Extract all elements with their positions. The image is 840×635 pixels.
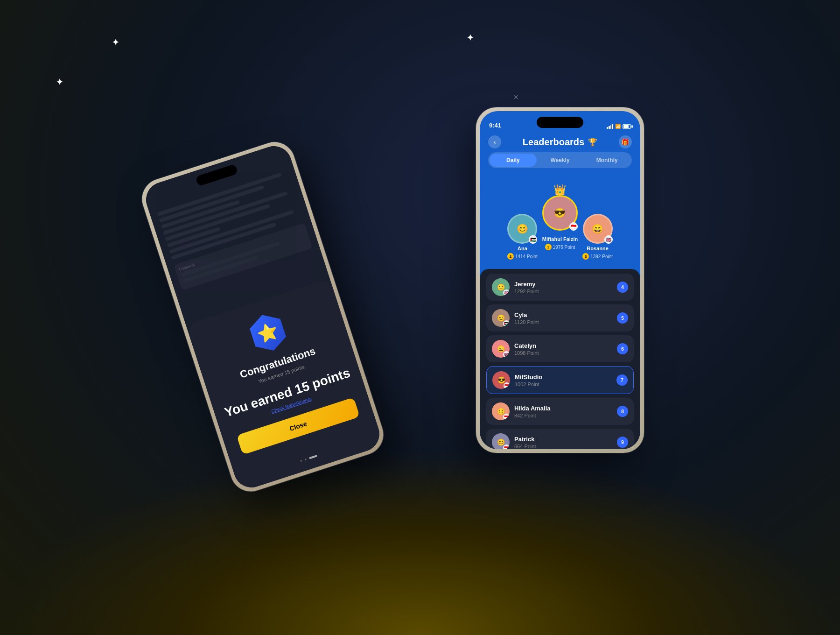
signal-bar-3 [610,125,612,129]
leaderboard-title: Leaderboards 🏆 [523,137,597,148]
phones-container: Comment ⭐ Congratulatio [210,107,630,528]
leaderboard-title-icon: 🏆 [588,138,597,147]
name-cyla: Cyla [514,311,617,318]
battery-icon [623,124,631,129]
star-decoration-1: ✦ [112,37,119,48]
tab-daily[interactable]: Daily [490,154,537,167]
signal-bar-1 [607,127,608,129]
info-hilda: Hilda Amalia 842 Point [514,405,617,418]
info-jeremy: Jeremy 1292 Point [514,281,617,294]
star-hexagon: ⭐ [245,309,292,356]
avatar-jeremy: 🙂 🇬🇧 [492,278,510,296]
signal-bar-2 [609,126,610,129]
points-mifstudio: 1002 Point [515,381,616,387]
info-patrick: Patrick 664 Point [514,436,617,449]
rank-hilda: 8 [617,406,628,417]
avatar-jeremy-emoji: 🙂 [497,283,505,291]
flag-mifstudio: 🇮🇩 [504,382,510,389]
top3-item-1: 👑 😎 🇮🇩 Miftahul Faizin 1 1976 Point [542,195,578,250]
tab-weekly[interactable]: Weekly [537,154,584,167]
flag-jeremy: 🇬🇧 [503,289,510,296]
back-button[interactable]: ‹ [488,135,501,148]
info-cyla: Cyla 1120 Point [514,311,617,325]
top3-name-rosanne: Rosanne [587,246,608,251]
avatar-catelyn: 😄 🇬🇧 [492,340,510,358]
nav-dot [304,459,307,461]
name-jeremy: Jeremy [514,281,617,288]
rank-patrick: 9 [617,437,628,448]
nav-dot [300,460,302,462]
list-item-jeremy: 🙂 🇬🇧 Jeremy 1292 Point 4 [486,274,634,301]
right-phone: 9:41 📶 [476,107,644,453]
rosanne-points-text: 1392 Point [590,254,613,259]
right-phone-screen: 9:41 📶 [480,111,640,449]
leaderboard-tabs: Daily Weekly Monthly [488,152,632,168]
status-time: 9:41 [489,122,501,129]
top3-points-miftahul: 1 1976 Point [545,244,575,250]
list-item-cyla: 😊 🇵🇸 Cyla 1120 Point 5 [486,304,634,332]
flag-hilda: 🇮🇩 [503,414,510,420]
points-coin-1: 1 [545,244,552,250]
avatar-patrick: 😊 🇮🇩 [492,433,510,449]
top3-points-ana: 2 1414 Point [507,253,538,260]
status-icons: 📶 [607,124,631,129]
name-hilda: Hilda Amalia [514,405,617,412]
avatar-hilda-emoji: 🙂 [497,408,505,415]
name-catelyn: Catelyn [514,342,617,349]
list-item-hilda: 🙂 🇮🇩 Hilda Amalia 842 Point 8 [486,398,634,425]
wifi-icon: 📶 [615,124,621,129]
points-coin: 2 [507,253,514,260]
flag-patrick: 🇮🇩 [503,444,510,449]
star-decoration-3: ✦ [56,77,63,87]
leaderboard-list: 🙂 🇬🇧 Jeremy 1292 Point 4 😊 � [480,269,640,449]
flag-rosanne: 🇬🇧 [604,235,613,244]
avatar-catelyn-emoji: 😄 [497,345,505,353]
ana-points-text: 1414 Point [515,254,538,259]
name-mifstudio: MifStudio [515,374,616,381]
signal-icon [607,124,613,129]
gift-button[interactable]: 🎁 [619,135,632,148]
points-catelyn: 1098 Point [514,350,617,356]
flag-ana: 🇵🇸 [529,235,537,244]
left-phone-screen: Comment ⭐ Congratulatio [141,141,384,492]
battery-fill [623,125,629,128]
avatar-mifstudio-emoji: 😎 [497,376,505,384]
list-item-catelyn: 😄 🇬🇧 Catelyn 1098 Point 6 [486,335,634,362]
tab-monthly[interactable]: Monthly [583,154,630,167]
info-catelyn: Catelyn 1098 Point [514,342,617,356]
rank-catelyn: 6 [617,343,628,354]
top3-item-3: 😄 🇬🇧 Rosanne 3 1392 Point [582,214,613,260]
leaderboard-title-text: Leaderboards [523,137,584,148]
left-phone-frame: Comment ⭐ Congratulatio [137,137,389,497]
top3-section: 😊 🇵🇸 Ana 2 1414 Point 👑 😎 [480,171,640,269]
top3-item-2: 😊 🇵🇸 Ana 2 1414 Point [507,214,538,260]
top3-points-rosanne: 3 1392 Point [582,253,613,260]
right-phone-frame: 9:41 📶 [476,107,644,453]
top3-name-ana: Ana [518,246,527,251]
flag-miftahul: 🇮🇩 [569,222,578,231]
avatar-hilda: 🙂 🇮🇩 [492,402,510,420]
star-badge: ⭐ [245,309,292,356]
dynamic-island-right [537,117,583,128]
leaderboard-header: ‹ Leaderboards 🏆 🎁 [480,132,640,152]
points-patrick: 664 Point [514,444,617,449]
star-decoration-2: ✦ [467,33,474,43]
rank-mifstudio: 7 [616,374,628,386]
points-cyla: 1120 Point [514,319,617,325]
signal-bar-4 [612,124,613,129]
miftahul-points-text: 1976 Point [553,245,575,250]
flag-cyla: 🇵🇸 [503,320,510,327]
top3-name-miftahul: Miftahul Faizin [542,236,578,242]
list-item-mifstudio: 😎 🇮🇩 MifStudio 1002 Point 7 [486,366,634,394]
top3-avatar-miftahul: 👑 😎 🇮🇩 [542,195,578,231]
avatar-cyla: 😊 🇵🇸 [492,309,510,327]
star-icon: ⭐ [255,320,281,346]
name-patrick: Patrick [514,436,617,443]
x-decoration: ✕ [513,93,519,101]
left-phone: Comment ⭐ Congratulatio [137,137,389,497]
points-jeremy: 1292 Point [514,289,617,294]
list-item-patrick: 😊 🇮🇩 Patrick 664 Point 9 [486,429,634,449]
nav-dot [309,455,317,459]
rank-cyla: 5 [617,312,628,324]
flag-catelyn: 🇬🇧 [503,351,510,358]
